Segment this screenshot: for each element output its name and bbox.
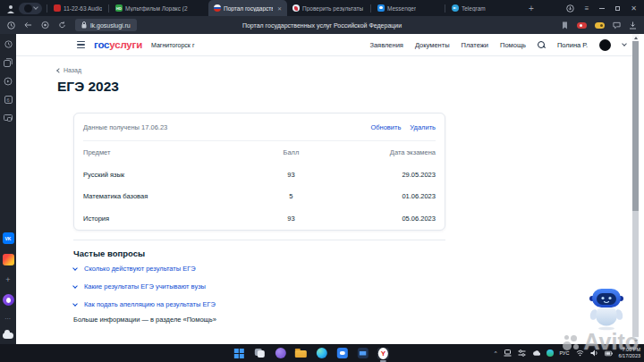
- tab-label: Мультфильм Лоракс (2: [125, 5, 188, 12]
- screens-icon[interactable]: [4, 114, 13, 122]
- menu-burger-icon[interactable]: [77, 41, 85, 48]
- faq-list: Сколько действуют результаты ЕГЭ Какие р…: [73, 265, 216, 308]
- scroll-down-button[interactable]: [632, 337, 639, 344]
- more-options-icon[interactable]: ⋯: [4, 316, 12, 323]
- search-icon[interactable]: [538, 41, 546, 49]
- window-controls: ≡ ✕: [566, 0, 644, 16]
- tab-separator: [445, 4, 445, 13]
- hidden-icons-caret[interactable]: ^: [495, 350, 497, 356]
- feedback-icon[interactable]: [613, 21, 621, 29]
- telegram-icon: [452, 4, 459, 12]
- history-panel-icon[interactable]: [4, 39, 13, 48]
- user-name[interactable]: Полина Р.: [557, 41, 588, 49]
- delete-button[interactable]: Удалить: [410, 123, 436, 131]
- tab-close-icon[interactable]: ✕: [277, 5, 282, 12]
- language-indicator[interactable]: РУС: [560, 350, 570, 356]
- new-tab-button[interactable]: +: [523, 4, 539, 13]
- weather-icon[interactable]: [3, 333, 13, 339]
- refresh-icon[interactable]: [58, 21, 66, 29]
- add-panel-icon[interactable]: +: [5, 275, 10, 284]
- start-button[interactable]: [233, 348, 245, 359]
- bookmark-icon[interactable]: [561, 21, 569, 29]
- download-icon[interactable]: [629, 21, 637, 29]
- user-menu-chevron-icon[interactable]: [622, 41, 627, 46]
- minimize-button[interactable]: [599, 8, 605, 9]
- browser-side-panel: 6 VK + ⋯: [0, 34, 16, 344]
- nav-item-dokumenty[interactable]: Документы: [415, 41, 450, 49]
- maximize-button[interactable]: [615, 6, 620, 11]
- browser-tab-audiobook[interactable]: 11-22-63 Audiobook Fr: [48, 0, 107, 16]
- chat-app-icon[interactable]: [275, 348, 286, 359]
- mail-app-icon[interactable]: [357, 348, 369, 359]
- region-selector[interactable]: Магнитогорск г: [151, 42, 194, 48]
- yandex-mail-icon[interactable]: [3, 254, 14, 265]
- taskbar-clock[interactable]: 7:00 PM 6/17/2023: [619, 347, 640, 359]
- tab-counter-badge[interactable]: 6: [4, 96, 13, 104]
- battery-icon[interactable]: [605, 349, 613, 358]
- scrollbar-thumb[interactable]: [632, 41, 639, 211]
- close-window-button[interactable]: ✕: [631, 4, 637, 13]
- browser-tab-bar: 11-22-63 Audiobook Fr HD Мультфильм Лора…: [0, 0, 644, 16]
- faq-item-label: Какие результаты ЕГЭ учитывают вузы: [84, 282, 206, 290]
- browser-menu-icon[interactable]: ≡: [585, 4, 589, 13]
- cell-date: 05.06.2023: [330, 215, 436, 223]
- browser-address-bar: lk.gosuslugi.ru Портал государственных у…: [0, 16, 644, 34]
- table-row: Математика базовая 5 01.06.2023: [83, 186, 436, 208]
- page-scrollbar[interactable]: [632, 34, 639, 344]
- browser-tab-video[interactable]: HD Мультфильм Лоракс (2: [110, 0, 208, 16]
- cell-date: 29.05.2023: [330, 171, 436, 179]
- faq-item[interactable]: Какие результаты ЕГЭ учитывают вузы: [73, 282, 216, 290]
- onedrive-cloud-icon[interactable]: [532, 349, 540, 358]
- url-field[interactable]: lk.gosuslugi.ru: [75, 19, 137, 31]
- date-text: 6/17/2023: [619, 353, 640, 359]
- nav-item-pomosch[interactable]: Помощь: [500, 41, 526, 49]
- volume-icon[interactable]: [590, 349, 598, 358]
- refresh-button[interactable]: Обновить: [370, 123, 401, 131]
- faq-item[interactable]: Сколько действуют результаты ЕГЭ: [73, 265, 216, 273]
- browser-home-button[interactable]: [19, 3, 42, 14]
- scroll-up-button[interactable]: [632, 34, 639, 41]
- faq-item-label: Как подать апелляцию на результаты ЕГЭ: [84, 300, 216, 308]
- tab-separator: [47, 4, 47, 13]
- browser-tab-messenger[interactable]: Messenger: [372, 0, 444, 16]
- edge-browser-icon[interactable]: [316, 348, 327, 359]
- alice-assistant-icon[interactable]: [3, 294, 14, 306]
- audiobook-site-icon: [54, 4, 61, 12]
- site-header: госуслуги Магнитогорск г Заявления Докум…: [16, 34, 639, 56]
- faq-item[interactable]: Как подать апелляцию на результаты ЕГЭ: [73, 300, 216, 308]
- file-explorer-icon[interactable]: [295, 348, 307, 359]
- task-view-button[interactable]: [254, 348, 266, 359]
- gosuslugi-logo[interactable]: госуслуги: [94, 39, 142, 50]
- cell-score: 5: [252, 192, 330, 200]
- yandex-browser-icon[interactable]: Y: [377, 348, 389, 359]
- extension-energy-icon[interactable]: [595, 22, 605, 29]
- tab-groups-icon[interactable]: [4, 58, 13, 67]
- card-actions: Обновить Удалить: [370, 123, 436, 131]
- tab-label: Проверить результаты: [302, 5, 363, 12]
- nav-item-platezhi[interactable]: Платежи: [462, 41, 488, 49]
- browser-profile-icon[interactable]: [5, 3, 16, 13]
- browser-tab-check-results[interactable]: Проверить результаты: [287, 0, 369, 16]
- back-link[interactable]: Назад: [57, 67, 81, 73]
- col-header-date: Дата экзамена: [330, 148, 436, 156]
- device-icon[interactable]: [504, 349, 512, 358]
- col-header-score: Балл: [252, 148, 330, 156]
- microphone-icon[interactable]: [547, 349, 554, 357]
- extension-adblock-icon[interactable]: [577, 22, 587, 29]
- downloads-icon[interactable]: [566, 0, 574, 16]
- settings-sliders-icon[interactable]: [518, 349, 526, 358]
- data-received-label: Данные получены 17.06.23: [83, 123, 167, 131]
- history-icon[interactable]: [7, 21, 15, 29]
- avatar[interactable]: [599, 39, 611, 51]
- media-play-icon[interactable]: [4, 77, 13, 86]
- messages-app-icon[interactable]: [336, 348, 348, 359]
- max-robot-assistant[interactable]: [585, 286, 628, 331]
- back-icon[interactable]: [24, 21, 32, 29]
- nav-item-zayavleniya[interactable]: Заявления: [369, 41, 403, 49]
- browser-tab-telegram[interactable]: Telegram: [446, 0, 523, 16]
- wifi-icon[interactable]: [576, 349, 584, 358]
- protect-icon[interactable]: [41, 21, 49, 29]
- cell-subject: Русский язык: [83, 171, 252, 179]
- browser-tab-gosuslugi-active[interactable]: Портал государствен ✕: [208, 0, 287, 16]
- vk-icon[interactable]: VK: [3, 232, 14, 244]
